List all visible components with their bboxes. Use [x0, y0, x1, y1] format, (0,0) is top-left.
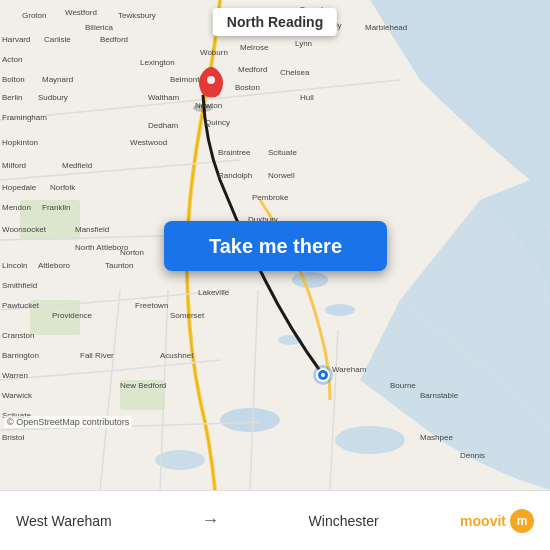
to-label: Winchester [309, 513, 379, 529]
moovit-logo: moovit m [460, 509, 534, 533]
svg-text:Barrington: Barrington [2, 351, 39, 360]
svg-text:Belmont: Belmont [170, 75, 200, 84]
route-to: Winchester [309, 513, 379, 529]
svg-text:Warren: Warren [2, 371, 28, 380]
svg-text:Taunton: Taunton [105, 261, 133, 270]
svg-point-85 [193, 104, 213, 112]
svg-text:Bolton: Bolton [2, 75, 25, 84]
svg-text:Braintree: Braintree [218, 148, 251, 157]
svg-text:Warwick: Warwick [2, 391, 33, 400]
svg-text:Carlisle: Carlisle [44, 35, 71, 44]
svg-text:Berlin: Berlin [2, 93, 22, 102]
svg-text:Groton: Groton [22, 11, 46, 20]
from-label: West Wareham [16, 513, 112, 529]
svg-text:Sudbury: Sudbury [38, 93, 68, 102]
route-from: West Wareham [16, 513, 112, 529]
svg-text:Woburn: Woburn [200, 48, 228, 57]
svg-text:Cranston: Cranston [2, 331, 34, 340]
svg-point-90 [321, 373, 325, 377]
svg-text:Scituate: Scituate [268, 148, 297, 157]
location-badge: North Reading [213, 8, 337, 36]
svg-text:Boston: Boston [235, 83, 260, 92]
svg-text:Hopedale: Hopedale [2, 183, 37, 192]
svg-text:Franklin: Franklin [42, 203, 70, 212]
svg-text:Westwood: Westwood [130, 138, 167, 147]
svg-text:Providence: Providence [52, 311, 93, 320]
svg-text:Tewksbury: Tewksbury [118, 11, 156, 20]
svg-text:Dedham: Dedham [148, 121, 179, 130]
map-container: Groton Westford Tewksbury North Reading … [0, 0, 550, 490]
svg-point-6 [155, 450, 205, 470]
svg-text:Hopkinton: Hopkinton [2, 138, 38, 147]
svg-text:Marblehead: Marblehead [365, 23, 407, 32]
svg-text:Hull: Hull [300, 93, 314, 102]
svg-text:Attleboro: Attleboro [38, 261, 71, 270]
take-me-there-button[interactable]: Take me there [164, 221, 387, 271]
svg-text:Quincy: Quincy [205, 118, 230, 127]
svg-text:Pawtucket: Pawtucket [2, 301, 40, 310]
svg-text:Mansfield: Mansfield [75, 225, 109, 234]
svg-text:Medfield: Medfield [62, 161, 92, 170]
svg-text:Wareham: Wareham [332, 365, 367, 374]
svg-text:Mashpee: Mashpee [420, 433, 453, 442]
svg-text:Lexington: Lexington [140, 58, 175, 67]
svg-text:Freetown: Freetown [135, 301, 168, 310]
svg-text:Framingham: Framingham [2, 113, 47, 122]
svg-point-5 [335, 426, 405, 454]
moovit-icon: m [510, 509, 534, 533]
svg-text:Harvard: Harvard [2, 35, 30, 44]
svg-text:Lincoln: Lincoln [2, 261, 27, 270]
svg-point-86 [207, 76, 215, 84]
svg-text:Lakeville: Lakeville [198, 288, 230, 297]
svg-text:Acton: Acton [2, 55, 22, 64]
svg-text:Norfolk: Norfolk [50, 183, 76, 192]
svg-text:Waltham: Waltham [148, 93, 180, 102]
svg-text:New Bedford: New Bedford [120, 381, 166, 390]
svg-text:Norton: Norton [120, 248, 144, 257]
svg-point-4 [220, 408, 280, 432]
svg-text:Milford: Milford [2, 161, 26, 170]
svg-text:Bristol: Bristol [2, 433, 24, 442]
svg-text:Woonsocket: Woonsocket [2, 225, 47, 234]
moovit-text: moovit [460, 513, 506, 529]
svg-point-1 [292, 272, 328, 288]
svg-text:Medford: Medford [238, 65, 267, 74]
svg-text:Mendon: Mendon [2, 203, 31, 212]
location-name: North Reading [227, 14, 323, 30]
svg-text:Randolph: Randolph [218, 171, 252, 180]
svg-text:Fall River: Fall River [80, 351, 114, 360]
svg-text:Westford: Westford [65, 8, 97, 17]
svg-text:Bourne: Bourne [390, 381, 416, 390]
svg-text:Somerset: Somerset [170, 311, 205, 320]
svg-point-2 [325, 304, 355, 316]
svg-text:Smithfield: Smithfield [2, 281, 37, 290]
bottom-bar: West Wareham → Winchester moovit m [0, 490, 550, 550]
svg-text:Dennis: Dennis [460, 451, 485, 460]
svg-text:Acushnet: Acushnet [160, 351, 194, 360]
svg-text:Melrose: Melrose [240, 43, 269, 52]
svg-text:Barnstable: Barnstable [420, 391, 459, 400]
svg-text:Billerica: Billerica [85, 23, 114, 32]
svg-text:Norwell: Norwell [268, 171, 295, 180]
svg-text:Maynard: Maynard [42, 75, 73, 84]
svg-text:Lynn: Lynn [295, 39, 312, 48]
svg-text:Pembroke: Pembroke [252, 193, 289, 202]
route-arrow: → [201, 510, 219, 531]
svg-text:Bedford: Bedford [100, 35, 128, 44]
osm-credit: © OpenStreetMap contributors [4, 416, 132, 428]
svg-text:Chelsea: Chelsea [280, 68, 310, 77]
